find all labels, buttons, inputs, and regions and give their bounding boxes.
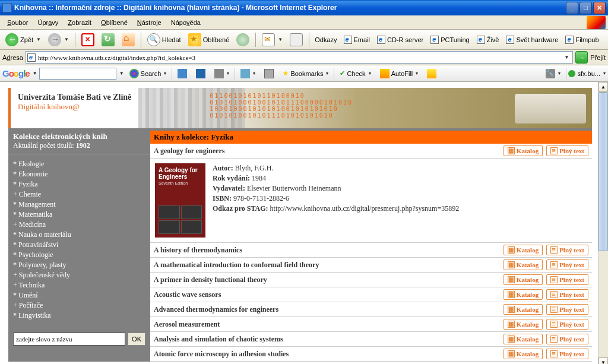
menu-favorites[interactable]: Oblíbené xyxy=(96,18,132,27)
address-input[interactable] xyxy=(38,54,561,61)
katalog-icon xyxy=(508,276,515,283)
sidebar-category[interactable]: + Chemie xyxy=(13,189,145,200)
sidebar-category[interactable]: * Matematika xyxy=(13,210,145,220)
book-cover: A Geology for Engineers Seventh Edition xyxy=(155,163,205,238)
stop-button[interactable] xyxy=(78,31,97,48)
check-button[interactable]: ✔Check▾ xyxy=(336,68,374,79)
g-btn-scholar[interactable] xyxy=(192,67,209,80)
plnytext-button[interactable]: Plný text xyxy=(546,145,588,156)
sidebar-search-input[interactable] xyxy=(13,333,125,346)
plnytext-button[interactable]: Plný text xyxy=(546,334,588,344)
sidebar-category[interactable]: * Management xyxy=(13,200,145,210)
google-search-input[interactable] xyxy=(39,68,116,80)
scroll-thumb[interactable] xyxy=(598,92,608,251)
sidebar-category[interactable]: * Umění xyxy=(13,290,145,300)
sfx-label[interactable]: sfx.bu... xyxy=(577,70,600,77)
scroll-down-button[interactable]: ▼ xyxy=(598,357,608,364)
katalog-button[interactable]: Katalog xyxy=(504,145,543,156)
book-title[interactable]: A geology for engineers xyxy=(154,147,500,156)
fulltext-icon xyxy=(550,291,558,298)
google-logo[interactable]: Google xyxy=(2,68,30,78)
book-title[interactable]: Advanced thermodynamics for engineers xyxy=(154,305,500,314)
bookmarks-button[interactable]: ★Bookmarks▾ xyxy=(279,68,332,79)
plnytext-button[interactable]: Plný text xyxy=(546,304,588,315)
link-item[interactable]: Filmpub xyxy=(562,34,601,46)
print-button[interactable] xyxy=(287,31,306,48)
book-title[interactable]: A primer in density functional theory xyxy=(154,276,500,284)
vertical-scrollbar[interactable]: ▲ ▼ xyxy=(598,82,608,364)
katalog-button[interactable]: Katalog xyxy=(504,334,543,344)
address-dropdown[interactable]: ▼ xyxy=(562,55,571,60)
google-toolbar: Google▼ ▼ Search▾ ▾ ▾ ★Bookmarks▾ ✔Check… xyxy=(0,65,608,82)
link-item[interactable]: Email xyxy=(341,34,373,46)
plnytext-button[interactable]: Plný text xyxy=(546,259,588,270)
g-btn-popup[interactable]: ▾ xyxy=(237,67,259,80)
link-item[interactable]: Živě xyxy=(474,34,502,46)
plnytext-button[interactable]: Plný text xyxy=(546,289,588,300)
menu-help[interactable]: Nápověda xyxy=(166,18,205,27)
menu-edit[interactable]: Úpravy xyxy=(33,18,63,27)
katalog-button[interactable]: Katalog xyxy=(504,304,543,315)
sidebar-category[interactable]: * Ekologie xyxy=(13,159,145,169)
plnytext-button[interactable]: Plný text xyxy=(546,319,588,330)
settings-button[interactable]: 🔧▾ xyxy=(542,67,564,80)
katalog-button[interactable]: Katalog xyxy=(504,259,543,270)
mail-button[interactable]: ▼ xyxy=(259,31,286,48)
minimize-button[interactable]: _ xyxy=(566,2,578,14)
go-button[interactable]: → xyxy=(575,51,588,64)
book-title[interactable]: Acoustic wave sensors xyxy=(154,290,500,299)
sidebar-category[interactable]: * Psychologie xyxy=(13,250,145,260)
book-title[interactable]: A mathematical introduction to conformal… xyxy=(154,261,500,270)
autofill-button[interactable]: AutoFill▾ xyxy=(376,67,422,80)
book-title[interactable]: Atomic force microscopy in adhesion stud… xyxy=(154,350,500,359)
history-button[interactable] xyxy=(233,31,252,48)
page-icon xyxy=(344,36,352,44)
link-item[interactable]: CD-R server xyxy=(374,34,426,46)
sidebar-category[interactable]: + Technika xyxy=(13,280,145,290)
sidebar-category[interactable]: * Polymery, plasty xyxy=(13,260,145,270)
main-content: Knihy z kolekce: Fyzika A geology for en… xyxy=(150,128,592,362)
book-title[interactable]: Aerosol measurement xyxy=(154,320,500,329)
katalog-button[interactable]: Katalog xyxy=(504,274,543,285)
sidebar-category[interactable]: * Ekonomie xyxy=(13,169,145,179)
book-row: A primer in density functional theoryKat… xyxy=(150,273,592,287)
menu-tools[interactable]: Nástroje xyxy=(132,18,166,27)
katalog-button[interactable]: Katalog xyxy=(504,289,543,300)
menu-file[interactable]: Soubor xyxy=(2,18,33,27)
book-title[interactable]: Analysis and simulation of chaotic syste… xyxy=(154,335,500,344)
katalog-button[interactable]: Katalog xyxy=(504,245,543,255)
sidebar-category[interactable]: + Medicína xyxy=(13,220,145,230)
forward-button[interactable]: ▼ xyxy=(45,31,72,48)
sidebar: Kolekce elektronických knih Aktuální poč… xyxy=(8,128,150,362)
sidebar-category[interactable]: + Počítače xyxy=(13,300,145,311)
plnytext-button[interactable]: Plný text xyxy=(546,349,588,359)
sidebar-category[interactable]: * Lingvistika xyxy=(13,311,145,321)
katalog-button[interactable]: Katalog xyxy=(504,319,543,330)
sidebar-category[interactable]: * Fyzika xyxy=(13,179,145,189)
sidebar-search-button[interactable]: OK xyxy=(128,333,145,346)
star-icon xyxy=(188,33,201,46)
close-button[interactable]: ✕ xyxy=(593,2,606,14)
maximize-button[interactable]: □ xyxy=(580,2,592,14)
plnytext-button[interactable]: Plný text xyxy=(546,274,588,285)
sidebar-category[interactable]: + Společenské vědy xyxy=(13,270,145,280)
menu-view[interactable]: Zobrazit xyxy=(63,18,96,27)
refresh-button[interactable] xyxy=(99,31,118,48)
plnytext-button[interactable]: Plný text xyxy=(546,245,588,255)
scroll-up-button[interactable]: ▲ xyxy=(598,82,608,92)
link-item[interactable]: Svět hardware xyxy=(503,34,561,46)
search-button[interactable]: Hledat xyxy=(144,31,184,48)
home-button[interactable] xyxy=(119,31,138,48)
katalog-button[interactable]: Katalog xyxy=(504,349,543,359)
link-item[interactable]: PCTuning xyxy=(428,34,473,46)
g-btn-opts[interactable]: ▾ xyxy=(211,67,233,80)
google-search-button[interactable]: Search▾ xyxy=(126,67,170,80)
sidebar-category[interactable]: * Nauka o materiálu xyxy=(13,230,145,240)
g-btn-news[interactable] xyxy=(174,67,191,80)
back-button[interactable]: Zpět▼ xyxy=(2,31,44,48)
highlight-button[interactable] xyxy=(423,67,440,80)
favorites-button[interactable]: Oblíbené xyxy=(185,31,233,48)
sidebar-category[interactable]: * Potravinářství xyxy=(13,240,145,250)
g-btn-tab[interactable] xyxy=(261,67,277,80)
book-title[interactable]: A history of thermodynamics xyxy=(154,246,500,255)
